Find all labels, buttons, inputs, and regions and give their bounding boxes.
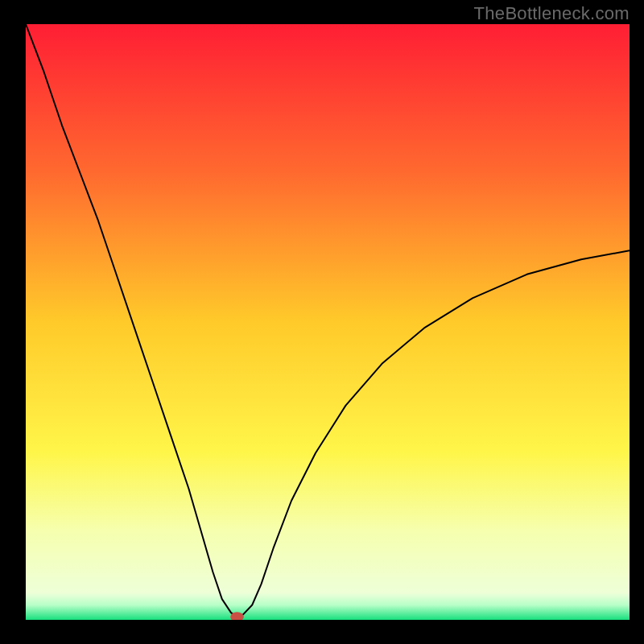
chart-frame: TheBottleneck.com — [0, 0, 644, 644]
chart-svg — [26, 24, 630, 620]
watermark-text: TheBottleneck.com — [474, 3, 630, 24]
plot-area — [26, 24, 630, 620]
gradient-background — [26, 24, 630, 620]
